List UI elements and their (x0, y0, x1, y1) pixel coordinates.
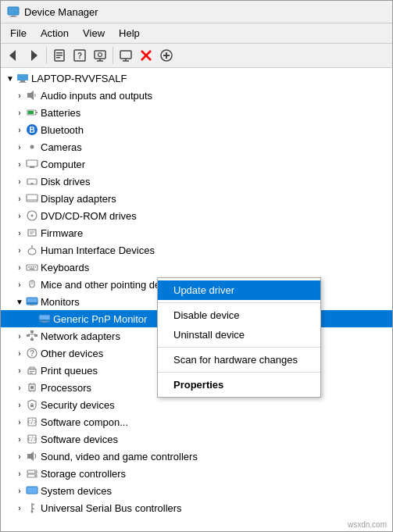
expand-network-icon[interactable]: › (13, 330, 26, 342)
svg-point-92 (34, 475, 36, 477)
svg-rect-51 (33, 266, 34, 268)
properties-button[interactable] (50, 46, 69, 65)
context-uninstall-device[interactable]: Uninstall device (158, 325, 320, 345)
svg-rect-93 (27, 487, 38, 494)
expand-monitors-icon[interactable]: ▼ (13, 295, 26, 308)
menu-help[interactable]: Help (113, 25, 146, 41)
expand-sw-comp-icon[interactable]: › (13, 416, 26, 428)
expand-hid-icon[interactable]: › (13, 244, 26, 256)
svg-rect-0 (8, 7, 19, 15)
bluetooth-label: Bluetooth (41, 124, 84, 136)
bluetooth-node[interactable]: › B Bluetooth (1, 121, 392, 138)
security-node[interactable]: › Security devices (1, 396, 392, 413)
forward-button[interactable] (24, 46, 43, 65)
expand-disk-icon[interactable]: › (13, 175, 26, 187)
add-button[interactable] (157, 46, 176, 65)
computer-tree-icon (26, 158, 38, 170)
expand-other-icon[interactable]: › (13, 347, 26, 359)
svg-rect-49 (28, 266, 30, 268)
hid-label: Human Interface Devices (41, 245, 155, 256)
audio-node[interactable]: › Audio inputs and outputs (1, 87, 392, 104)
hid-node[interactable]: › Human Interface Devices (1, 241, 392, 259)
menu-bar: File Action View Help (1, 23, 392, 44)
display-label: Display adapters (41, 193, 116, 205)
tree-container[interactable]: ▼ LAPTOP-RVVFSALF › Audio inputs and out… (1, 68, 392, 531)
expand-security-icon[interactable]: › (13, 398, 26, 411)
expand-mice-icon[interactable]: › (13, 278, 26, 291)
keyboards-node[interactable]: › Keyboards (1, 259, 392, 276)
expand-pnp-icon[interactable] (26, 312, 38, 325)
svg-rect-61 (42, 322, 47, 323)
context-scan-hardware[interactable]: Scan for hardware changes (158, 350, 320, 370)
sw-comp-icon: </> (26, 416, 38, 428)
expand-root-icon[interactable]: ▼ (4, 72, 16, 84)
monitors-icon (26, 295, 38, 308)
expand-keyboards-icon[interactable]: › (13, 261, 26, 273)
svg-rect-75 (30, 373, 33, 373)
menu-file[interactable]: File (4, 25, 33, 41)
svg-point-37 (30, 183, 34, 184)
svg-marker-3 (9, 50, 16, 61)
system-node[interactable]: › System devices (1, 482, 392, 499)
expand-storage-icon[interactable]: › (13, 467, 26, 480)
software-comp-node[interactable]: › </> Software compon... (1, 413, 392, 430)
cameras-node[interactable]: › Cameras (1, 138, 392, 155)
context-disable-device[interactable]: Disable device (158, 305, 320, 325)
dvd-node[interactable]: › DVD/CD-ROM drives (1, 207, 392, 224)
svg-rect-42 (28, 230, 36, 236)
storage-icon (26, 467, 38, 480)
toolbar-separator-2 (113, 47, 113, 64)
dvd-label: DVD/CD-ROM drives (41, 210, 137, 222)
expand-dvd-icon[interactable]: › (13, 209, 26, 222)
monitor-button[interactable] (116, 46, 135, 65)
expand-cameras-icon[interactable]: › (13, 141, 26, 153)
svg-point-14 (98, 53, 102, 57)
expand-system-icon[interactable]: › (13, 484, 26, 497)
svg-rect-2 (9, 16, 17, 17)
scan-button[interactable] (91, 46, 109, 65)
sound-node[interactable]: › Sound, video and game controllers (1, 448, 392, 465)
svg-text:</>: </> (27, 418, 37, 426)
usb-node[interactable]: › Universal Serial Bus controllers (1, 499, 392, 516)
menu-action[interactable]: Action (34, 25, 75, 41)
expand-bluetooth-icon[interactable]: › (13, 123, 26, 136)
computer-node[interactable]: › Computer (1, 155, 392, 173)
display-node[interactable]: › Display adapters (1, 190, 392, 207)
device-manager-window: Device Manager File Action View Help (0, 0, 393, 532)
expand-firmware-icon[interactable]: › (13, 227, 26, 239)
usb-label: Universal Serial Bus controllers (41, 502, 182, 514)
usb-icon (26, 502, 38, 514)
context-update-driver[interactable]: Update driver (158, 280, 320, 300)
expand-print-icon[interactable]: › (13, 364, 26, 377)
svg-rect-34 (27, 160, 38, 166)
expand-sw-dev-icon[interactable]: › (13, 433, 26, 445)
expand-batteries-icon[interactable]: › (13, 106, 26, 119)
root-node[interactable]: ▼ LAPTOP-RVVFSALF (1, 70, 392, 87)
expand-sound-icon[interactable]: › (13, 450, 26, 462)
expand-usb-icon[interactable]: › (13, 502, 26, 514)
disk-node[interactable]: › Disk drives (1, 173, 392, 190)
delete-button[interactable] (137, 46, 155, 65)
print-icon (26, 364, 38, 377)
expand-processors-icon[interactable]: › (13, 381, 26, 394)
system-icon (26, 484, 38, 497)
storage-node[interactable]: › Storage controllers (1, 465, 392, 482)
svg-text:?: ? (30, 349, 34, 358)
menu-view[interactable]: View (77, 25, 111, 41)
expand-display-icon[interactable]: › (13, 192, 26, 205)
cameras-label: Cameras (41, 141, 82, 153)
software-dev-node[interactable]: › </> Software devices (1, 430, 392, 448)
batteries-node[interactable]: › Batteries (1, 104, 392, 121)
expand-audio-icon[interactable]: › (13, 89, 26, 102)
network-icon (26, 330, 38, 342)
sw-comp-label: Software compon... (41, 416, 128, 428)
computer-icon (16, 72, 29, 84)
storage-label: Storage controllers (41, 468, 126, 480)
context-properties[interactable]: Properties (158, 375, 320, 395)
help-button[interactable]: ? (70, 46, 89, 65)
firmware-node[interactable]: › Firmware (1, 224, 392, 241)
dvd-icon (26, 209, 38, 222)
back-button[interactable] (4, 46, 23, 65)
expand-computer-icon[interactable]: › (13, 158, 26, 170)
svg-point-97 (31, 511, 34, 513)
